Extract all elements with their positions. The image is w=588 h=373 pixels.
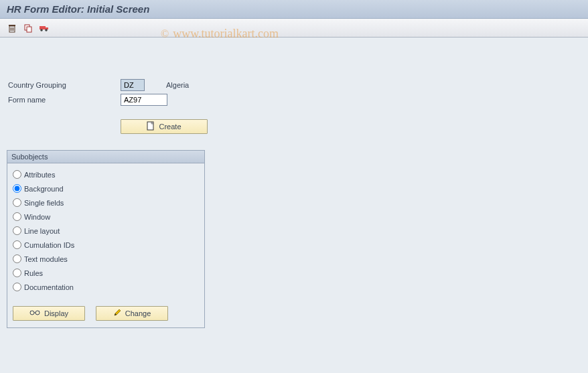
radio-text-modules[interactable]: [13, 254, 21, 263]
svg-point-10: [45, 29, 48, 31]
radio-line-layout[interactable]: [13, 226, 21, 235]
radio-attributes[interactable]: [13, 170, 21, 179]
svg-point-9: [40, 29, 43, 31]
radio-single-fields-label[interactable]: Single fields: [24, 199, 64, 207]
delete-icon[interactable]: [7, 23, 17, 33]
radio-window-label[interactable]: Window: [24, 213, 50, 221]
radio-cumulation-ids-label[interactable]: Cumulation IDs: [24, 241, 74, 249]
form-name-input[interactable]: [121, 94, 167, 106]
subobjects-groupbox: Subobjects Attributes Background Single …: [7, 150, 205, 328]
display-button-label: Display: [44, 309, 68, 317]
display-button[interactable]: Display: [13, 306, 85, 321]
change-button[interactable]: Change: [96, 306, 168, 321]
radio-rules-label[interactable]: Rules: [24, 269, 43, 277]
radio-single-fields[interactable]: [13, 198, 21, 207]
radio-cumulation-ids[interactable]: [13, 240, 21, 249]
country-grouping-label: Country Grouping: [7, 81, 121, 89]
create-button-label: Create: [159, 123, 181, 131]
radio-background[interactable]: [13, 184, 21, 193]
radio-window[interactable]: [13, 212, 21, 221]
radio-background-label[interactable]: Background: [24, 185, 64, 193]
window-title: HR Form Editor: Initial Screen: [0, 0, 588, 19]
pencil-icon: [113, 309, 121, 318]
country-grouping-text: Algeria: [166, 81, 189, 89]
radio-line-layout-label[interactable]: Line layout: [24, 227, 60, 235]
svg-rect-1: [9, 25, 15, 26]
copy-icon[interactable]: [23, 23, 33, 33]
radio-rules[interactable]: [13, 269, 21, 277]
glasses-icon: [29, 309, 40, 317]
radio-text-modules-label[interactable]: Text modules: [24, 255, 68, 263]
toolbar: [0, 19, 588, 38]
radio-documentation-label[interactable]: Documentation: [24, 283, 74, 291]
main-content: Country Grouping Algeria Form name Creat…: [0, 38, 588, 335]
form-name-label: Form name: [7, 96, 121, 104]
svg-rect-6: [27, 27, 31, 32]
transport-icon[interactable]: [39, 23, 50, 33]
radio-attributes-label[interactable]: Attributes: [24, 171, 55, 179]
svg-rect-7: [40, 26, 46, 29]
country-grouping-input[interactable]: [121, 79, 145, 91]
create-button[interactable]: Create: [121, 119, 208, 134]
document-icon: [147, 121, 155, 132]
subobjects-title: Subobjects: [7, 151, 204, 163]
change-button-label: Change: [125, 309, 151, 317]
radio-documentation[interactable]: [13, 283, 21, 291]
